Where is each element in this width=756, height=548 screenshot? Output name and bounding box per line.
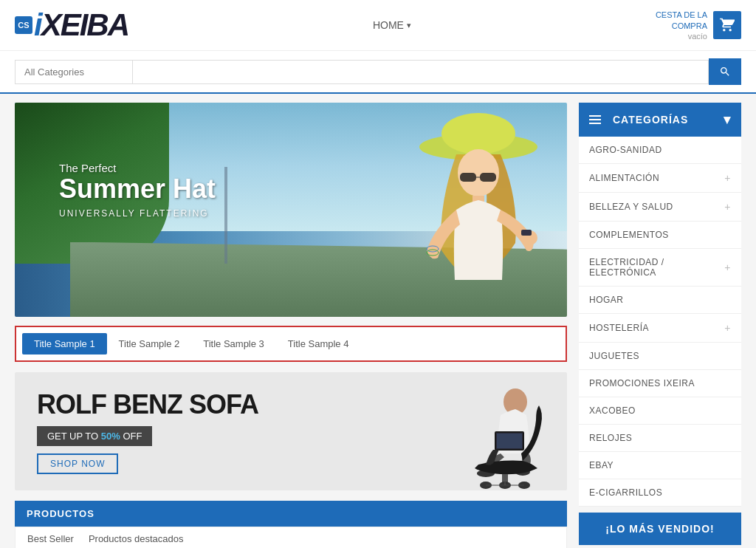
search-button[interactable]	[709, 58, 741, 85]
cat-label: EBAY	[589, 460, 614, 470]
logo-xeira: XEIBA	[41, 7, 128, 42]
hero-woman-svg	[375, 103, 537, 317]
category-select[interactable]: All Categories	[15, 60, 133, 84]
shop-now-button[interactable]: SHOP NOW	[37, 453, 118, 474]
ham-line-1	[589, 115, 601, 117]
promo-percent: 50%	[101, 431, 120, 442]
cat-plus-icon: +	[724, 172, 731, 184]
cat-belleza[interactable]: BELLEZA Y SALUD +	[579, 193, 741, 222]
tab-item-2[interactable]: Title Sample 2	[107, 333, 192, 355]
cart-label: CESTA DE LACOMPRA	[656, 10, 707, 32]
promo-offer-text: GET UP TO	[47, 431, 98, 442]
promo-suffix: OFF	[123, 431, 142, 442]
search-input[interactable]	[133, 60, 709, 84]
most-sold-button[interactable]: ¡LO MÁS VENDIDO!	[579, 513, 741, 545]
cat-label: HOSTELERÍA	[589, 323, 649, 333]
prod-tab-destacados[interactable]: Productos destacados	[89, 533, 184, 544]
search-icon	[719, 66, 731, 78]
main-layout: The Perfect Summer Hat UNIVERSALLY FLATT…	[0, 103, 756, 548]
promo-shop: SHOP NOW	[37, 453, 258, 474]
productos-header: PRODUCTOS	[15, 501, 567, 527]
tab-item-3[interactable]: Title Sample 3	[191, 333, 276, 355]
cat-label: HOGAR	[589, 295, 624, 305]
cat-xacobeo[interactable]: XACOBEO	[579, 397, 741, 425]
promo-left: ROLF BENZ SOFA GET UP TO 50% OFF SHOP NO…	[15, 374, 281, 489]
cat-label: PROMOCIONES IXEIRA	[589, 378, 695, 388]
nav-home[interactable]: HOME	[373, 19, 411, 31]
hero-text: The Perfect Summer Hat UNIVERSALLY FLATT…	[59, 162, 216, 219]
ham-line-2	[589, 119, 601, 120]
cat-agro-sanidad[interactable]: AGRO-SANIDAD	[579, 137, 741, 164]
cat-label: ELECTRICIDAD / ELECTRÓNICA	[589, 257, 724, 278]
svg-rect-4	[480, 173, 496, 182]
categories-header-inner: CATEGORÍAS	[589, 114, 688, 126]
cat-plus-icon: +	[724, 322, 731, 334]
cat-label: COMPLEMENTOS	[589, 230, 669, 240]
search-bar: All Categories	[0, 51, 756, 94]
ham-line-3	[589, 123, 601, 124]
cat-label: ALIMENTACIÓN	[589, 173, 659, 183]
categories-title: CATEGORÍAS	[613, 114, 688, 126]
svg-rect-3	[460, 173, 476, 182]
categories-list: AGRO-SANIDAD ALIMENTACIÓN + BELLEZA Y SA…	[579, 137, 741, 507]
right-sidebar: CATEGORÍAS ▾ AGRO-SANIDAD ALIMENTACIÓN +…	[579, 103, 741, 548]
promo-offer: GET UP TO 50% OFF	[37, 426, 152, 446]
promo-title: ROLF BENZ SOFA	[37, 389, 258, 420]
cat-juguetes[interactable]: JUGUETES	[579, 343, 741, 370]
cart-area: CESTA DE LACOMPRA vacío	[656, 10, 741, 41]
cat-alimentacion[interactable]: ALIMENTACIÓN +	[579, 164, 741, 193]
promo-chair-svg	[441, 380, 560, 490]
cat-ecigarrillos[interactable]: E-CIGARRILLOS	[579, 479, 741, 507]
site-header: CS iXEIBA HOME CESTA DE LACOMPRA vacío	[0, 0, 756, 51]
tab-item-4[interactable]: Title Sample 4	[276, 333, 361, 355]
hero-banner: The Perfect Summer Hat UNIVERSALLY FLATT…	[15, 103, 567, 317]
cat-label: JUGUETES	[589, 351, 639, 361]
logo-i: i	[34, 7, 41, 42]
cat-hosteleria[interactable]: HOSTELERÍA +	[579, 314, 741, 343]
cart-status: vacío	[656, 32, 707, 41]
hero-subtitle: The Perfect	[59, 162, 216, 174]
hero-tagline: UNIVERSALLY FLATTERING	[59, 208, 216, 219]
left-content: The Perfect Summer Hat UNIVERSALLY FLATT…	[15, 103, 567, 548]
cart-info: CESTA DE LACOMPRA vacío	[656, 10, 707, 41]
categories-header: CATEGORÍAS ▾	[579, 103, 741, 137]
cat-hogar[interactable]: HOGAR	[579, 287, 741, 314]
cat-label: BELLEZA Y SALUD	[589, 202, 673, 212]
productos-tabs: Best Seller Productos destacados	[15, 527, 567, 548]
cat-label: XACOBEO	[589, 405, 636, 416]
prod-tab-bestseller[interactable]: Best Seller	[27, 533, 74, 544]
categories-chevron: ▾	[724, 112, 731, 128]
tabs-section: Title Sample 1 Title Sample 2 Title Samp…	[15, 326, 567, 362]
cart-icon	[720, 18, 735, 32]
cat-ebay[interactable]: EBAY	[579, 452, 741, 479]
cart-button[interactable]	[713, 11, 741, 39]
cat-label: AGRO-SANIDAD	[589, 145, 662, 155]
cat-plus-icon: +	[724, 261, 731, 273]
cat-label: E-CIGARRILLOS	[589, 487, 662, 498]
promo-banner: ROLF BENZ SOFA GET UP TO 50% OFF SHOP NO…	[15, 372, 567, 490]
logo[interactable]: CS iXEIBA	[15, 7, 128, 43]
tab-item-1[interactable]: Title Sample 1	[22, 333, 107, 355]
cat-complementos[interactable]: COMPLEMENTOS	[579, 222, 741, 249]
logo-text: iXEIBA	[34, 7, 128, 43]
hamburger-icon	[589, 115, 601, 124]
hero-tower	[224, 167, 227, 264]
svg-rect-11	[521, 230, 532, 236]
cat-promociones[interactable]: PROMOCIONES IXEIRA	[579, 370, 741, 397]
svg-point-1	[441, 113, 515, 154]
cat-relojes[interactable]: RELOJES	[579, 425, 741, 452]
tabs-list: Title Sample 1 Title Sample 2 Title Samp…	[22, 333, 560, 355]
productos-section: PRODUCTOS Best Seller Productos destacad…	[15, 501, 567, 548]
logo-icon: CS	[15, 16, 32, 34]
cat-electricidad[interactable]: ELECTRICIDAD / ELECTRÓNICA +	[579, 249, 741, 287]
cat-plus-icon: +	[724, 201, 731, 213]
hero-title: Summer Hat	[59, 174, 216, 204]
main-nav: HOME	[373, 19, 411, 31]
svg-rect-17	[497, 434, 522, 448]
logo-icon-text: CS	[18, 21, 29, 30]
cat-label: RELOJES	[589, 433, 632, 443]
